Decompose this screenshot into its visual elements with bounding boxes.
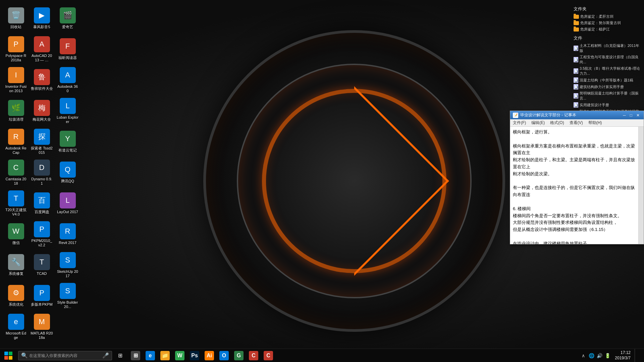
desktop-icon-tcad[interactable]: TTCAD [29,250,54,280]
icon-label-layout2017: LayOut 2017 [57,210,78,214]
icon-label-youdao: 有道云笔记 [58,148,77,153]
desktop-icon-wechat[interactable]: W微信 [3,219,29,249]
desktop-icon-foxit[interactable]: F福昕阅读器 [55,34,80,64]
desktop-icon-autodesk-recap[interactable]: RAutodesk ReCap [3,127,29,157]
desktop-icon-pkpm2010[interactable]: PPKPM2010_v2.2 [29,219,54,249]
desktop-icon-matlab[interactable]: MMATLAB R2018a [29,312,54,342]
taskbar-app-edge-tb[interactable]: e [143,349,158,362]
desktop-icon-t20cad[interactable]: TT20天正建筑 V4.0 [3,188,29,219]
taskbar-app-red2-tb[interactable]: C [261,349,276,362]
sidebar-file-0[interactable]: 📄土木工程材料（白克臣编著）2011年版 [574,43,641,54]
notepad-content-area[interactable]: 横向框架，进行算。 横向框架承重方案是在横向布置框架承重梁，也就是主梁，次梁搁置… [510,127,644,244]
start-button[interactable] [0,349,17,362]
icon-img-matlab: M [34,314,50,330]
desktop-icon-luban-soft[interactable]: 鲁鲁班软件大全 [29,65,54,95]
sidebar-files: 📄土木工程材料（白克臣编著）2011年版📄工程安危与可靠度设计原理（白国良 尚.… [574,43,641,120]
desktop-icon-qqim[interactable]: Q腾讯QQ [55,158,80,188]
desktop-icon-mhxy[interactable]: 梅梅花网大全 [29,96,54,126]
desktop-icon-autodesk360[interactable]: AAutodesk 360 [55,65,80,95]
file-icon: 📄 [574,68,578,74]
taskbar-app-weixin-tb[interactable]: W [172,349,187,362]
desktop-icon-autocad[interactable]: AAutoCAD 2013 — … [29,34,54,64]
icon-img-aiqiyi: 🎬 [60,7,76,23]
taskbar-app-green-tb[interactable]: G [231,349,246,362]
taskbar-app-red-tb[interactable]: C [246,349,261,362]
file-section-title: 文件 [574,35,641,41]
desktop-icon-trash-clean[interactable]: 🌿垃圾清理 [3,96,29,126]
logo-quad-4 [9,356,12,360]
notepad-menu-3[interactable]: 查看(V) [567,119,586,126]
desktop-icon-sketchup2017[interactable]: SSketchUp 2017 [55,250,80,280]
clock-date: 2019/3/7 [615,356,631,361]
notepad-menu-4[interactable]: 帮助(H) [586,119,605,126]
notepad-menu-0[interactable]: 文件(F) [510,119,529,126]
icon-label-ms-edge: Microsoft Edge [5,331,27,340]
notepad-titlebar[interactable]: 📝 毕业设计解说文字部分 - 记事本 ─ □ ✕ [510,111,644,119]
taskbar-app-outlook-tb[interactable]: O [217,349,231,362]
notepad-line: 楼梯间四个角是否一定要布置柱子，并没有强制性条文。 [513,213,637,220]
icon-label-camtasia: Camtasia 2018 [5,177,27,186]
maximize-button[interactable]: □ [629,113,634,118]
desktop-icon-camtasia[interactable]: CCamtasia 2018 [3,158,29,188]
desktop-icon-polyspace[interactable]: PPolyspace R2018a [3,34,29,64]
taskbar-app-explorer-tb[interactable]: 📁 [158,349,172,362]
minimize-button[interactable]: ─ [622,113,627,118]
desktop-icon-recycle-bin[interactable]: 🗑️回收站 [3,3,29,34]
tray-chevron[interactable]: ∧ [580,349,587,362]
tray-show-desktop[interactable] [635,349,641,362]
clock-time: 17:12 [615,350,631,356]
desktop-icon-storm-video[interactable]: ▶暴风影音5 [29,3,54,34]
taskbar-search-box[interactable]: 🔍 🎤 [18,351,112,360]
desktop-icon-style-builder[interactable]: SStyle Builder 20... [55,281,80,311]
sidebar-file-1[interactable]: 📄工程安危与可靠度设计原理（白国良 尚... [574,54,641,65]
sidebar-file-2[interactable]: 📄3.5批次（B）喀什大学标准试卷-理论力力... [574,65,641,77]
desktop-icon-revit2017[interactable]: RRevit 2017 [55,219,80,249]
icon-label-baidu-cloud: 百度网盘 [35,210,49,214]
desktop-icon-aiqiyi[interactable]: 🎬爱奇艺 [55,3,80,34]
notepad-menu-2[interactable]: 格式(O) [547,119,567,126]
taskbar-app-ai-tb[interactable]: Ai [202,349,217,362]
sidebar-folder-2[interactable]: 危房鉴定：植萨江 [574,26,641,33]
notepad-menu-1[interactable]: 编辑(E) [529,119,547,126]
search-input[interactable] [29,353,101,358]
microphone-icon[interactable]: 🎤 [102,352,109,359]
icon-label-autocad: AutoCAD 2013 — … [31,54,53,62]
desktop-icon-system-repair[interactable]: 🔧系统修复 [3,250,29,280]
notepad-window-controls[interactable]: ─ □ ✕ [622,113,641,118]
desktop-icon-baidu-cloud[interactable]: 百百度网盘 [29,188,54,219]
desktop-icon-ms-edge[interactable]: eMicrosoft Edge [3,312,29,342]
file-icon: 📄 [574,46,578,51]
desktop-icon-luban-explorer[interactable]: LLuban Explorer [55,96,80,126]
sidebar-file-5[interactable]: 📄简明钢筋混凝土结构计算手册（国振言... [574,90,641,102]
taskbar-app-task-view[interactable]: ⊞ [128,349,143,362]
taskbar-app-ps-tb[interactable]: Ps [187,349,202,362]
icon-img-wechat: W [8,223,24,239]
folder-section-title: 文件夹 [574,6,641,12]
desktop-icon-inventor[interactable]: IInventor Fusion 2013 [3,65,29,95]
desktop-icon-layout2017[interactable]: LLayOut 2017 [55,188,80,219]
icon-label-style-builder: Style Builder 20... [56,300,79,309]
tray-network[interactable]: 🌐 [588,349,595,362]
notepad-line [513,233,637,240]
close-button[interactable]: ✕ [635,113,641,118]
tray-battery[interactable]: 🔋 [604,349,611,362]
notepad-line: 刚才绘制的是柱子，和主梁。主梁是两端有柱子，并且有次梁放置在它上 [513,157,637,171]
task-view-button[interactable]: ⊞ [113,349,127,362]
sidebar-file-4[interactable]: 📄建筑结构静力计算实用手册 [574,83,641,90]
icon-img-tssd2015: 探 [34,129,50,145]
system-clock[interactable]: 17:12 2019/3/7 [612,350,633,361]
sidebar-folder-0[interactable]: 危房鉴定：柔肝古圳 [574,13,641,20]
desktop-icon-system-opt[interactable]: ⚙系统优化 [3,281,29,311]
sidebar-folder-1[interactable]: 危房鉴定：努尔斯曼古圳 [574,20,641,26]
desktop-icon-dynamo[interactable]: DDynamo 0.9.1 [29,158,54,188]
tray-volume[interactable]: 🔊 [596,349,603,362]
desktop-icon-pkpm-multi[interactable]: P多版本PKPM [29,281,54,311]
sidebar-file-6[interactable]: 📄实用建筑设计手册 [574,102,641,108]
sidebar-file-3[interactable]: 📄混凝土结构（中所等版本）题1稿 [574,77,641,83]
icon-label-revit2017: Revit 2017 [59,241,76,245]
desktop-icon-tssd2015[interactable]: 探探索者 Tssd2015 [29,127,54,157]
icon-img-trash-clean: 🌿 [8,100,24,116]
notepad-line: 大部分规范并没有强制性要求楼梯间四角设置结构柱， [513,219,637,226]
desktop-icon-youdao[interactable]: Y有道云笔记 [55,127,80,157]
notepad-scrollbar[interactable] [638,127,644,244]
